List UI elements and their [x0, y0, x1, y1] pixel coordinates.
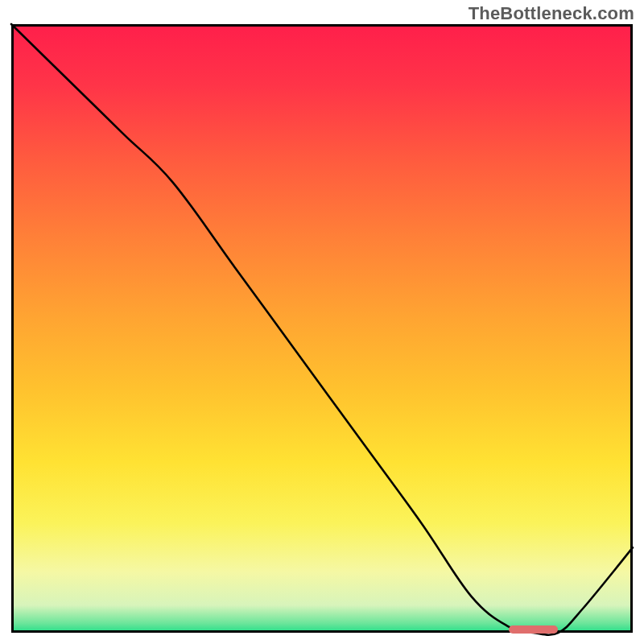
watermark-text: TheBottleneck.com	[469, 3, 634, 24]
chart-container: TheBottleneck.com	[0, 0, 644, 644]
optimal-range-marker	[509, 625, 559, 634]
chart-svg	[0, 0, 644, 644]
